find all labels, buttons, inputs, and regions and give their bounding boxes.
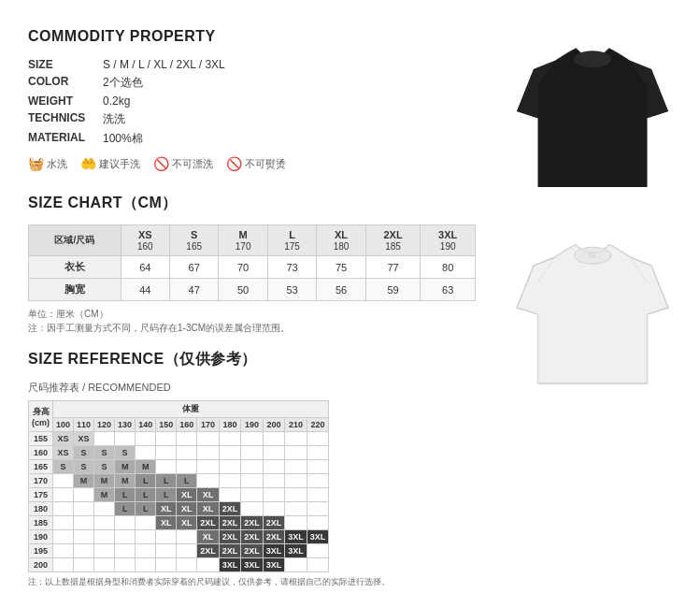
ref-row-165: 165SSSMM (29, 460, 329, 474)
wash-icon: 🧺 (28, 156, 44, 171)
ref-cell-165-8 (219, 460, 241, 474)
ref-cell-190-4 (136, 530, 156, 544)
ref-cell-170-1: M (74, 474, 94, 488)
ref-cell-200-10: 3XL (263, 558, 285, 572)
ref-col-160: 160 (177, 418, 197, 432)
ref-cell-185-5: XL (156, 516, 177, 530)
size-xl-header: XL180 (317, 225, 365, 256)
ref-cell-195-12 (307, 544, 329, 558)
ref-row-155: 155XSXS (29, 432, 329, 446)
handwash-icon: 🤲 (80, 156, 96, 171)
technics-label: TECHNICS (28, 109, 103, 129)
ref-cell-195-4 (136, 544, 156, 558)
technics-value: 洗洗 (103, 109, 236, 129)
ref-cell-165-6 (177, 460, 197, 474)
ref-cell-170-6: L (177, 474, 197, 488)
ref-cell-155-9 (241, 432, 264, 446)
ref-cell-195-6 (177, 544, 197, 558)
chest-m: 50 (219, 279, 267, 301)
ref-cell-190-7: XL (197, 530, 220, 544)
ref-cell-160-12 (307, 446, 329, 460)
ref-cell-175-10 (263, 488, 285, 502)
prop-material: MATERIAL 100%棉 (28, 129, 236, 149)
ref-cell-165-12 (307, 460, 329, 474)
ref-cell-195-7: 2XL (197, 544, 220, 558)
wash-text: 水洗 (47, 157, 67, 171)
ref-cell-195-2 (94, 544, 115, 558)
ref-row-190: 190XL2XL2XL2XL3XL3XL (29, 530, 329, 544)
black-tshirt-svg (508, 9, 677, 196)
ref-cell-155-8 (219, 432, 241, 446)
ref-cell-175-0 (53, 488, 74, 502)
ref-cell-180-4: L (136, 502, 156, 516)
ref-height-180: 180 (29, 502, 53, 516)
ref-height-185: 185 (29, 516, 53, 530)
ref-cell-195-0 (53, 544, 74, 558)
ref-cell-180-7: XL (197, 502, 220, 516)
ref-cell-160-11 (285, 446, 307, 460)
ref-cell-185-7: 2XL (197, 516, 220, 530)
ref-cell-160-1: S (74, 446, 94, 460)
size-ref-title: SIZE REFERENCE（仅供参考） (28, 350, 476, 369)
ref-header-weight: 身高(cm) 体重 (29, 401, 329, 418)
handwash-text: 建议手洗 (99, 157, 140, 171)
chest-label: 胸宽 (29, 279, 121, 301)
ref-cell-190-6 (177, 530, 197, 544)
size-note-tolerance: 注：因手工测量方式不同，尺码存在1-3CM的误差属合理范围。 (28, 321, 476, 335)
weight-value: 0.2kg (103, 93, 236, 109)
commodity-property-section: COMMODITY PROPERTY SIZE S / M / L / XL /… (28, 28, 476, 171)
ref-cell-180-6: XL (177, 502, 197, 516)
chest-xl: 56 (317, 279, 365, 301)
ref-cell-195-8: 2XL (219, 544, 241, 558)
ref-cell-190-0 (53, 530, 74, 544)
white-tshirt-image (508, 206, 677, 393)
ref-row-170: 170MMMLLL (29, 474, 329, 488)
ref-cell-165-2: S (94, 460, 115, 474)
length-xl: 75 (317, 256, 365, 279)
ref-cell-185-10: 2XL (263, 516, 285, 530)
chest-s: 47 (169, 279, 218, 301)
ref-cell-175-1 (74, 488, 94, 502)
size-chart-title: SIZE CHART（CM） (28, 194, 476, 213)
no-iron-text: 不可熨烫 (245, 157, 286, 171)
ref-cell-185-11 (285, 516, 307, 530)
ref-cell-155-7 (197, 432, 220, 446)
white-tshirt-svg (508, 206, 677, 393)
ref-cell-170-9 (241, 474, 264, 488)
ref-cell-165-10 (263, 460, 285, 474)
ref-height-header: 身高(cm) (29, 401, 53, 432)
ref-cell-160-8 (219, 446, 241, 460)
ref-cell-200-1 (74, 558, 94, 572)
ref-cell-200-0 (53, 558, 74, 572)
ref-cell-195-5 (156, 544, 177, 558)
ref-row-160: 160XSSSS (29, 446, 329, 460)
size-chart-note: 单位：厘米（CM） 注：因手工测量方式不同，尺码存在1-3CM的误差属合理范围。 (28, 307, 476, 335)
ref-cell-175-4: L (136, 488, 156, 502)
ref-cell-160-3: S (115, 446, 136, 460)
ref-cell-155-1: XS (74, 432, 94, 446)
ref-cell-155-6 (177, 432, 197, 446)
ref-cell-160-10 (263, 446, 285, 460)
ref-cell-165-9 (241, 460, 264, 474)
ref-cell-170-0 (53, 474, 74, 488)
ref-cell-170-7 (197, 474, 220, 488)
ref-cell-175-9 (241, 488, 264, 502)
ref-cell-155-2 (94, 432, 115, 446)
ref-col-170: 170 (197, 418, 220, 432)
ref-cell-190-12: 3XL (307, 530, 329, 544)
ref-cell-155-10 (263, 432, 285, 446)
size-m-header: M170 (219, 225, 267, 256)
length-l: 73 (267, 256, 316, 279)
length-2xl: 77 (365, 256, 421, 279)
ref-cell-185-6: XL (177, 516, 197, 530)
ref-cell-160-9 (241, 446, 264, 460)
ref-cell-160-5 (156, 446, 177, 460)
ref-col-210: 210 (285, 418, 307, 432)
ref-cell-180-0 (53, 502, 74, 516)
ref-height-155: 155 (29, 432, 53, 446)
ref-cell-170-4: L (136, 474, 156, 488)
size-reference-section: SIZE REFERENCE（仅供参考） 尺码推荐表 / RECOMMENDED… (28, 350, 476, 588)
ref-cell-190-1 (74, 530, 94, 544)
ref-cell-180-12 (307, 502, 329, 516)
chest-l: 53 (267, 279, 316, 301)
